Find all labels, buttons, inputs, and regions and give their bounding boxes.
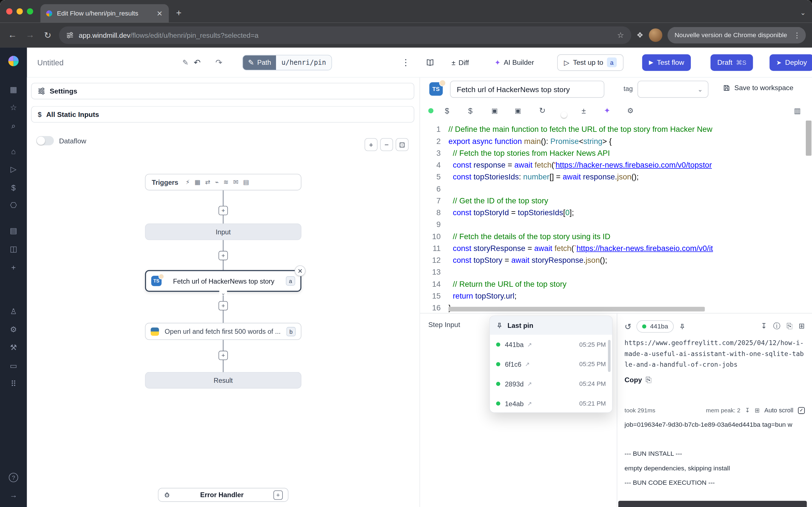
collapse-step-chevron-icon[interactable]: ⌄	[219, 290, 227, 295]
assistant-panel-icon[interactable]: ▥	[794, 107, 801, 115]
ai-builder-button[interactable]: ✦ AI Builder	[495, 58, 534, 66]
step-title-input[interactable]: Fetch url of HackerNews top story	[450, 81, 604, 98]
pin-menu-item[interactable]: 441ba↗05:25 PM	[490, 335, 612, 354]
flow-name-field[interactable]: Untitled ✎	[37, 58, 188, 67]
ai-assist-wand-icon[interactable]: ✦	[604, 106, 610, 115]
runs-icon[interactable]: ▷	[7, 163, 20, 175]
tab-close-icon[interactable]: ✕	[156, 9, 164, 17]
insert-step-button[interactable]: +	[218, 301, 228, 311]
code-line[interactable]: const response = await fetch('https://ha…	[449, 159, 812, 171]
package-icon[interactable]: ▣	[515, 107, 521, 115]
account-icon[interactable]: ♙	[7, 305, 20, 318]
help-icon[interactable]: ?	[9, 473, 18, 482]
reload-icon[interactable]: ↻	[42, 30, 54, 41]
tag-select[interactable]: ⌄	[638, 81, 709, 98]
folders-icon[interactable]: ▭	[7, 360, 20, 372]
windmill-logo[interactable]	[7, 55, 20, 67]
add-icon[interactable]: +	[7, 261, 20, 273]
all-static-inputs-row[interactable]: $ All Static Inputs	[31, 106, 414, 123]
tab-step-input[interactable]: Step Input	[428, 321, 460, 329]
external-link-icon[interactable]: ↗	[527, 381, 532, 387]
menu-scrollbar[interactable]	[608, 340, 610, 372]
run-badge[interactable]: 441ba	[637, 320, 674, 333]
chrome-menu-icon[interactable]: ⋮	[792, 31, 803, 39]
code-line[interactable]: // Return the URL of the top story	[449, 278, 812, 290]
favorites-icon[interactable]: ☆	[7, 101, 20, 114]
forward-icon[interactable]: →	[24, 30, 36, 41]
back-icon[interactable]: ←	[6, 30, 18, 41]
pin-menu-item[interactable]: 2893d↗05:24 PM	[490, 374, 612, 394]
new-tab-button[interactable]: +	[176, 8, 181, 19]
horizontal-scrollbar[interactable]	[449, 307, 705, 312]
url-field[interactable]: app.windmill.dev/flows/edit/u/henri/pin_…	[59, 26, 631, 44]
zoom-in-button[interactable]: +	[364, 138, 377, 151]
test-flow-button[interactable]: ▶ Test flow	[642, 54, 691, 71]
insert-step-button[interactable]: +	[218, 206, 228, 215]
resources-icon[interactable]: ⎔	[7, 199, 20, 212]
trigger-type-icon[interactable]: ⌁	[215, 179, 219, 186]
apps-icon[interactable]: ▦	[7, 83, 20, 96]
save-to-workspace-button[interactable]: Save to workspace	[723, 84, 794, 92]
code-line[interactable]: // Fetch the top stories from Hacker New…	[449, 147, 812, 159]
code-line[interactable]: // Get the ID of the top story	[449, 194, 812, 207]
last-pin-menu-item[interactable]: Last pin	[490, 316, 612, 335]
test-up-to-button[interactable]: ▷ Test up to a	[557, 54, 623, 71]
reset-code-icon[interactable]: ↻	[539, 106, 546, 115]
step-a-node[interactable]: TS Fetch url of HackerNews top story a ✕…	[145, 270, 301, 292]
pin-menu-item[interactable]: 6f1c6↗05:25 PM	[490, 354, 612, 374]
insert-step-button[interactable]: +	[218, 351, 228, 360]
trigger-type-icon[interactable]: ▤	[243, 179, 249, 186]
profile-avatar[interactable]	[649, 29, 662, 42]
code-line[interactable]: // Define the main function to fetch the…	[449, 123, 812, 135]
settings-icon[interactable]: ⚙	[7, 323, 20, 336]
home-icon[interactable]: ⌂	[7, 145, 20, 157]
search-icon[interactable]: ⌕	[7, 119, 20, 132]
code-line[interactable]: const topStoryId = topStoriesIds[0];	[449, 207, 812, 218]
result-url[interactable]: https://www.geoffreylitt.com/2025/04/12/…	[624, 337, 805, 370]
diff-mode-icon[interactable]: ±	[581, 106, 586, 115]
editor-settings-gear-icon[interactable]: ⚙	[627, 107, 633, 115]
expand-sidebar-icon[interactable]: →	[7, 489, 20, 501]
insert-step-button[interactable]: +	[218, 251, 228, 260]
vertical-scrollbar[interactable]	[806, 121, 811, 156]
docs-book-icon[interactable]	[426, 59, 435, 66]
fit-view-button[interactable]: ⊡	[396, 138, 409, 151]
remove-step-icon[interactable]: ✕	[295, 265, 306, 276]
code-line[interactable]	[449, 266, 812, 278]
step-b-node[interactable]: Open url and fetch first 500 words of ..…	[145, 323, 301, 340]
code-line[interactable]: // Fetch the details of the top story us…	[449, 230, 812, 242]
more-options-icon[interactable]: ⋮	[401, 57, 410, 68]
code-editor[interactable]: 12345678910111213141516 // Define the ma…	[420, 121, 812, 313]
trigger-type-icon[interactable]: ≋	[223, 179, 229, 186]
result-node[interactable]: Result	[145, 372, 301, 389]
groups-icon[interactable]: ⠿	[7, 378, 20, 390]
workers-icon[interactable]: ⚒	[7, 341, 20, 354]
copy-to-clipboard-icon[interactable]: ⎘	[786, 322, 793, 331]
variables-picker-icon[interactable]: $	[445, 106, 449, 115]
zoom-out-button[interactable]: −	[380, 138, 393, 151]
tab-search-chevron-icon[interactable]: ⌄	[800, 9, 806, 17]
code-line[interactable]	[449, 182, 812, 194]
expand-icon[interactable]: ⊞	[799, 322, 805, 331]
extensions-icon[interactable]: ❖	[637, 31, 644, 40]
copy-button[interactable]: Copy ⎘	[624, 376, 805, 384]
code-line[interactable]	[449, 218, 812, 230]
code-line[interactable]: export async function main(): Promise<st…	[449, 135, 812, 147]
external-link-icon[interactable]: ↗	[527, 341, 532, 348]
log-scrollbar-dark[interactable]	[618, 501, 807, 507]
flows-icon[interactable]: ◫	[7, 242, 20, 255]
dataflow-toggle[interactable]	[36, 136, 54, 145]
download-icon[interactable]: ↧	[761, 322, 767, 331]
bookmark-star-icon[interactable]: ☆	[617, 31, 624, 40]
input-node[interactable]: Input	[145, 223, 301, 240]
undo-icon[interactable]: ↶	[194, 57, 201, 67]
variables-icon[interactable]: $	[7, 181, 20, 193]
browser-tab[interactable]: Edit Flow u/henri/pin_results ✕	[40, 4, 169, 23]
code-line[interactable]: const topStory = await storyResponse.jso…	[449, 254, 812, 266]
zoom-window-button[interactable]	[27, 8, 33, 14]
path-chip[interactable]: ✎Path	[243, 55, 276, 69]
path-control[interactable]: ✎Path u/henri/pin	[243, 55, 332, 70]
triggers-node[interactable]: Triggers ⚡▦⇄⌁≋✉▤	[145, 174, 301, 190]
package-icon[interactable]: ▣	[492, 107, 498, 115]
close-window-button[interactable]	[6, 8, 12, 14]
